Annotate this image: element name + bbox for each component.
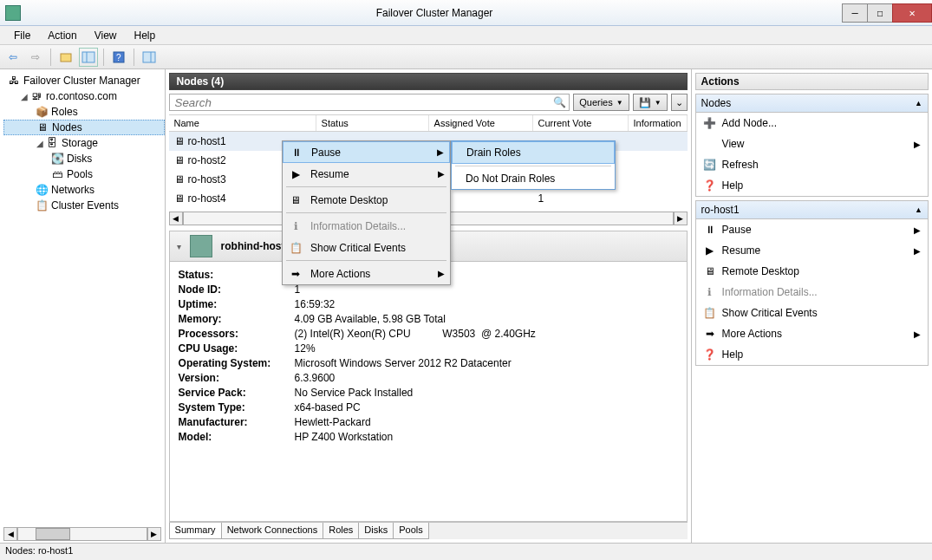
col-info[interactable]: Information [629,115,688,131]
status-text: Nodes: ro-host1 [5,545,73,556]
section-title[interactable]: Nodes ▲ [696,94,928,113]
show-actions-button[interactable] [140,48,159,67]
nav-forward-button[interactable]: ⇨ [26,48,45,67]
detail-value: Microsoft Windows Server 2012 R2 Datacen… [295,357,678,369]
scroll-track[interactable] [17,527,147,541]
collapse-icon[interactable]: ▲ [915,99,922,107]
minimize-button[interactable]: — [842,3,868,23]
col-assigned[interactable]: Assigned Vote [429,115,533,131]
detail-label: Model: [179,431,295,443]
expand-button[interactable]: ⌄ [671,94,688,111]
scroll-right-icon[interactable]: ▶ [674,212,688,225]
search-icon[interactable]: 🔍 [553,96,566,108]
col-name[interactable]: Name [169,115,316,131]
tree-roles[interactable]: 📦 Roles [3,104,165,120]
tab-roles[interactable]: Roles [323,523,359,539]
action-help[interactable]: ❓Help [696,175,928,196]
nav-back-button[interactable]: ⇦ [3,48,23,67]
tab-pools[interactable]: Pools [393,523,429,539]
arrow-right-icon: ▶ [914,246,921,256]
tree-disks[interactable]: 💽 Disks [3,151,165,166]
ctx-critical[interactable]: 📋Show Critical Events [283,237,450,258]
toolbar-separator [103,49,104,66]
actions-pane: Actions Nodes ▲ ➕Add Node... View▶ 🔄Refr… [692,69,932,543]
action-add-node[interactable]: ➕Add Node... [696,113,928,133]
ctx-label: Pause [311,147,341,159]
col-status[interactable]: Status [316,115,429,131]
action-view[interactable]: View▶ [696,133,928,154]
detail-value: 16:59:32 [295,298,678,310]
bottom-tabs: Summary Network Connections Roles Disks … [169,522,688,539]
detail-value: 1 [295,283,678,296]
action-remote-desktop[interactable]: 🖥Remote Desktop [696,261,928,282]
tree-root[interactable]: 🖧 Failover Cluster Manager [3,73,165,88]
ctx-drain-roles[interactable]: Drain Roles [452,141,615,164]
action-label: Refresh [722,159,759,171]
action-resume[interactable]: ▶Resume▶ [696,240,928,261]
help-button[interactable]: ? [109,48,128,67]
center-header: Nodes (4) [169,73,688,90]
tree-pools[interactable]: 🗃 Pools [3,166,165,182]
ctx-no-drain-roles[interactable]: Do Not Drain Roles [452,168,615,189]
tree-networks[interactable]: 🌐 Networks [3,182,165,198]
chevron-down-icon[interactable]: ▾ [177,242,181,251]
action-label: More Actions [722,328,782,340]
detail-value: No Service Pack Installed [295,387,678,399]
queries-button[interactable]: Queries▼ [573,94,629,111]
ctx-separator [455,166,611,166]
ctx-pause[interactable]: ⏸Pause▶ [283,141,450,163]
expand-toggle-icon[interactable]: ◢ [19,92,29,101]
ctx-remote-desktop[interactable]: 🖥Remote Desktop [283,189,450,211]
maximize-button[interactable]: ☐ [867,3,893,23]
action-refresh[interactable]: 🔄Refresh [696,154,928,175]
tree-roles-label: Roles [51,106,78,118]
show-hide-tree-button[interactable] [79,48,98,67]
server-icon: 🖥 [174,135,185,147]
detail-label: Operating System: [179,357,295,369]
save-query-button[interactable]: 💾▼ [633,94,668,111]
collapse-icon[interactable]: ▲ [915,205,922,214]
action-pause[interactable]: ⏸Pause▶ [696,219,928,240]
close-button[interactable]: ✕ [892,3,932,23]
scroll-left-icon[interactable]: ◀ [3,527,17,541]
section-title[interactable]: ro-host1 ▲ [696,201,928,219]
tree-nodes[interactable]: 🖥 Nodes [3,120,165,135]
ctx-more-actions[interactable]: ➡More Actions▶ [283,263,450,284]
menu-file[interactable]: File [5,28,39,43]
action-help-host[interactable]: ❓Help [696,344,928,365]
col-current[interactable]: Current Vote [533,115,629,131]
tree-cluster[interactable]: ◢ 🖳 ro.contoso.com [3,88,165,104]
tree-cluster-events[interactable]: 📋 Cluster Events [3,198,165,213]
menu-view[interactable]: View [86,28,126,43]
up-button[interactable] [56,48,75,67]
info-icon: ℹ [288,218,303,234]
ctx-label: Resume [310,168,349,180]
ctx-resume[interactable]: ▶Resume▶ [283,163,450,185]
remote-desktop-icon: 🖥 [703,264,717,278]
scroll-thumb[interactable] [36,528,70,540]
pools-icon: 🗃 [50,167,64,181]
scroll-left-icon[interactable]: ◀ [169,212,183,225]
menu-help[interactable]: Help [126,28,165,43]
window-controls: — ☐ ✕ [843,3,932,23]
action-more-actions[interactable]: ➡More Actions▶ [696,323,928,344]
tree-storage[interactable]: ◢ 🗄 Storage [3,135,165,151]
tab-network[interactable]: Network Connections [221,523,324,539]
arrow-right-icon: ▶ [914,140,921,149]
tree-hscroll[interactable]: ◀ ▶ [3,527,161,541]
expand-toggle-icon[interactable]: ◢ [35,139,45,148]
node-current: 1 [533,192,629,205]
context-submenu: Drain Roles Do Not Drain Roles [451,140,616,190]
detail-label: System Type: [179,401,295,413]
tree-cluster-label: ro.contoso.com [46,90,117,102]
scroll-right-icon[interactable]: ▶ [147,527,161,541]
search-input[interactable] [169,94,570,111]
tab-disks[interactable]: Disks [358,523,394,539]
action-critical-events[interactable]: 📋Show Critical Events [696,303,928,323]
tab-summary[interactable]: Summary [169,523,222,539]
sub-label: Drain Roles [466,147,521,159]
detail-value: (2) Intel(R) Xeon(R) CPU W3503 @ 2.40GHz [295,328,678,340]
menu-action[interactable]: Action [39,28,85,43]
tree-root-label: Failover Cluster Manager [23,75,140,87]
details-grid: Status:Up Node ID:1 Uptime:16:59:32 Memo… [170,262,687,453]
